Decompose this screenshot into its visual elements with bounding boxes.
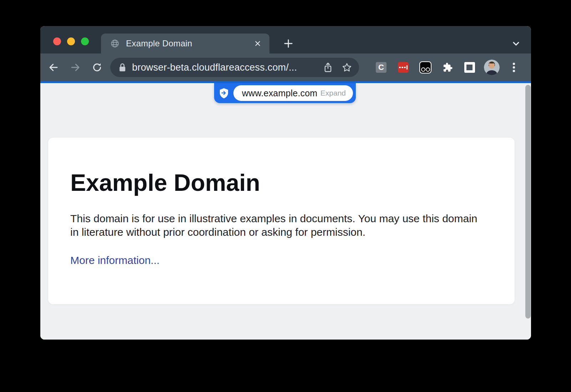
back-button[interactable]	[45, 59, 62, 76]
traffic-lights	[53, 37, 89, 45]
tab-strip: Example Domain	[40, 26, 531, 54]
tab-example-domain[interactable]: Example Domain	[101, 34, 269, 54]
page-body-text: This domain is for use in illustrative e…	[70, 212, 481, 239]
isolated-domain-text: www.example.com	[242, 88, 317, 98]
more-information-link[interactable]: More information...	[70, 254, 160, 266]
isolation-banner: www.example.com Expand	[214, 83, 356, 103]
minimize-window-button[interactable]	[67, 37, 75, 45]
page-viewport: www.example.com Expand Example Domain Th…	[40, 83, 531, 340]
example-domain-card: Example Domain This domain is for use in…	[48, 138, 515, 304]
close-window-button[interactable]	[53, 37, 61, 45]
extensions-puzzle-icon[interactable]	[436, 57, 459, 77]
globe-favicon-icon	[110, 39, 120, 48]
close-tab-icon[interactable]	[254, 40, 262, 47]
vertical-scrollbar-thumb[interactable]	[525, 85, 531, 319]
password-manager-extension-icon[interactable]	[392, 57, 414, 77]
address-bar[interactable]: browser-beta.cloudflareaccess.com/...	[110, 58, 359, 77]
reload-button[interactable]	[89, 59, 105, 76]
page-title: Example Domain	[70, 170, 492, 196]
browser-window: Example Domain	[40, 26, 531, 340]
url-text[interactable]: browser-beta.cloudflareaccess.com/...	[132, 62, 314, 73]
new-tab-button[interactable]	[278, 34, 298, 54]
camera-lens-extension-icon[interactable]	[414, 57, 436, 77]
maximize-window-button[interactable]	[81, 37, 89, 45]
extension-c-icon[interactable]: C	[370, 57, 392, 77]
tab-search-chevron-icon[interactable]	[506, 34, 526, 54]
browser-menu-icon[interactable]	[503, 57, 525, 77]
browser-toolbar: browser-beta.cloudflareaccess.com/... C	[40, 54, 531, 81]
expand-button[interactable]: Expand	[320, 89, 346, 97]
lock-icon	[119, 63, 126, 72]
side-panel-icon[interactable]	[459, 57, 481, 77]
extensions-area: C	[370, 57, 525, 77]
bookmark-star-icon[interactable]	[342, 62, 352, 72]
isolated-domain-pill[interactable]: www.example.com Expand	[233, 85, 353, 101]
share-icon[interactable]	[323, 62, 333, 73]
profile-avatar[interactable]	[481, 57, 503, 77]
tab-title: Example Domain	[126, 39, 254, 49]
shield-arrow-icon	[219, 88, 229, 99]
forward-button[interactable]	[67, 59, 84, 76]
